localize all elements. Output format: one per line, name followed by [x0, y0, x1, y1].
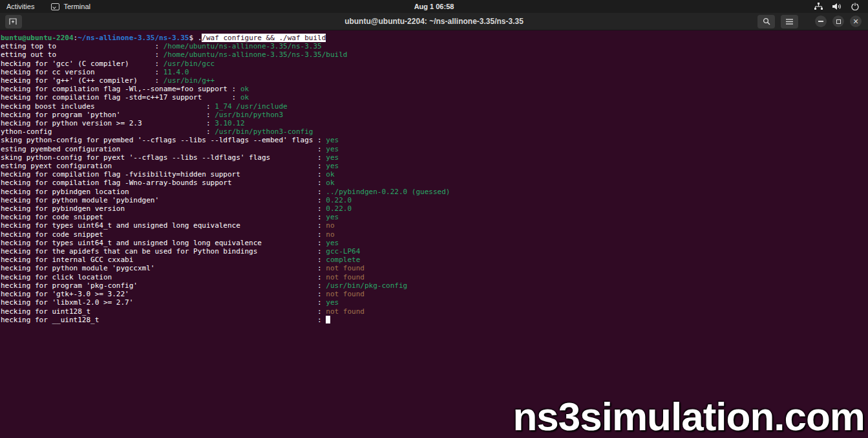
- line-label: hecking for compilation flag -fvisibilit…: [1, 170, 326, 179]
- line-value: not found: [326, 307, 365, 316]
- line-label: hecking for pybindgen location :: [1, 188, 326, 196]
- line-label: sking python-config for pyembed '--cflag…: [1, 136, 326, 144]
- terminal-icon: [51, 3, 59, 10]
- terminal-output-line: etting out to : /home/ubuntu/ns-allinone…: [1, 50, 868, 59]
- line-label: hecking for uint128_t :: [1, 307, 326, 316]
- line-value: 0.22.0: [326, 204, 352, 213]
- line-label: hecking for program 'pkg-config' :: [1, 281, 326, 290]
- line-label: esting pyembed configuration :: [1, 145, 326, 153]
- line-value: /usr/bin/python3: [215, 111, 283, 119]
- focused-app-name: Terminal: [63, 3, 90, 10]
- line-label: hecking for the apidefs that can be used…: [1, 247, 326, 256]
- close-button[interactable]: ✕: [850, 16, 862, 27]
- terminal-output-line: hecking for click location : not found: [1, 273, 868, 281]
- close-icon: ✕: [852, 18, 858, 25]
- terminal-output-line: esting pyext configuration : yes: [1, 162, 868, 170]
- line-label: hecking for click location :: [1, 273, 326, 281]
- line-value: no: [326, 221, 334, 230]
- line-value: ok: [240, 85, 249, 93]
- new-tab-button[interactable]: [5, 15, 22, 28]
- line-value: /home/ubuntu/ns-allinone-3.35/ns-3.35: [164, 42, 322, 50]
- command-selected-part: /waf configure && ./waf build: [202, 34, 326, 42]
- line-value: 0.22.0: [326, 196, 352, 204]
- line-label: etting out to :: [1, 50, 164, 59]
- top-panel-left: Activities Terminal: [0, 3, 90, 10]
- line-value: gcc-LP64: [326, 247, 360, 256]
- line-value: yes: [326, 153, 339, 162]
- line-label: hecking for program 'python' :: [1, 111, 215, 119]
- menu-button[interactable]: [781, 15, 798, 28]
- line-value: ok: [240, 93, 249, 102]
- line-value: not found: [326, 290, 365, 298]
- clock[interactable]: Aug 1 06:58: [414, 3, 454, 10]
- terminal-output[interactable]: buntu@ubuntu-2204:~/ns-allinone-3.35/ns-…: [0, 30, 868, 438]
- terminal-output-line: sking python-config for pyembed '--cflag…: [1, 136, 868, 144]
- line-value: not found: [326, 264, 365, 272]
- prompt-path: ~/ns-allinone-3.35/ns-3.35: [78, 34, 189, 42]
- activities-button[interactable]: Activities: [6, 3, 34, 10]
- line-value: yes: [326, 162, 339, 170]
- line-label: hecking for pybindgen version :: [1, 204, 326, 213]
- line-label: hecking for python module 'pybindgen' :: [1, 196, 326, 204]
- terminal-output-line: hecking for compilation flag -std=c++17 …: [1, 93, 868, 102]
- search-button[interactable]: [757, 15, 775, 28]
- line-label: hecking for compilation flag -Wno-array-…: [1, 179, 326, 187]
- terminal-output-line: hecking for code snippet : yes: [1, 213, 868, 221]
- line-value: /usr/bin/g++: [164, 76, 215, 85]
- system-tray: [814, 3, 868, 10]
- line-value: /usr/bin/python3-config: [215, 127, 313, 136]
- line-value: 3.10.12: [215, 119, 244, 127]
- line-value: yes: [326, 298, 339, 307]
- line-label: hecking for types uint64_t and unsigned …: [1, 239, 326, 247]
- line-label: hecking for internal GCC cxxabi :: [1, 256, 326, 264]
- window-title: ubuntu@ubuntu-2204: ~/ns-allinone-3.35/n…: [344, 17, 524, 26]
- terminal-output-line: hecking for compilation flag -Wl,--sonam…: [1, 85, 868, 93]
- prompt-user-host: buntu@ubuntu-2204: [1, 34, 74, 42]
- terminal-output-line: hecking for compilation flag -fvisibilit…: [1, 170, 868, 179]
- new-tab-icon: [9, 17, 18, 25]
- power-icon[interactable]: [851, 3, 859, 10]
- network-icon[interactable]: [814, 3, 823, 10]
- line-value: complete: [326, 256, 360, 264]
- terminal-output-line: hecking for compilation flag -Wno-array-…: [1, 179, 868, 187]
- terminal-output-line: hecking for the apidefs that can be used…: [1, 247, 868, 256]
- terminal-output-line: hecking for types uint64_t and unsigned …: [1, 239, 868, 247]
- line-label: hecking for 'gtk+-3.0 >= 3.22' :: [1, 290, 326, 298]
- terminal-titlebar: ubuntu@ubuntu-2204: ~/ns-allinone-3.35/n…: [0, 13, 868, 30]
- minimize-button[interactable]: [815, 16, 827, 27]
- desktop-screen: Activities Terminal Aug 1 06:58: [0, 0, 868, 438]
- maximize-icon: [836, 19, 841, 24]
- line-label: sking python-config for pyext '--cflags …: [1, 153, 326, 162]
- terminal-output-line: hecking for 'g++' (C++ compiler) : /usr/…: [1, 76, 868, 85]
- line-label: etting top to :: [1, 42, 164, 50]
- terminal-output-line: ython-config : /usr/bin/python3-config: [1, 127, 868, 136]
- watermark-text: ns3simulation.com: [513, 393, 865, 438]
- line-label: hecking for 'libxml-2.0 >= 2.7' :: [1, 298, 326, 307]
- line-value: /home/ubuntu/ns-allinone-3.35/ns-3.35/bu…: [164, 50, 348, 59]
- line-label: hecking for __uint128_t :: [1, 316, 326, 324]
- line-value: /usr/bin/pkg-config: [326, 281, 407, 290]
- maximize-button[interactable]: [832, 16, 844, 27]
- line-label: hecking for compilation flag -std=c++17 …: [1, 93, 240, 102]
- volume-icon[interactable]: [832, 3, 842, 10]
- line-label: esting pyext configuration :: [1, 162, 326, 170]
- line-value: yes: [326, 213, 339, 221]
- line-label: hecking for 'gcc' (C compiler) :: [1, 60, 164, 68]
- terminal-output-line: hecking for python version >= 2.3 : 3.10…: [1, 119, 868, 127]
- line-value: ../pybindgen-0.22.0 (guessed): [326, 188, 450, 196]
- focused-app-indicator[interactable]: Terminal: [51, 3, 90, 10]
- terminal-output-line: hecking for types uint64_t and unsigned …: [1, 221, 868, 230]
- line-label: hecking for code snippet :: [1, 230, 326, 239]
- line-value: yes: [326, 145, 339, 153]
- terminal-output-line: hecking for pybindgen version : 0.22.0: [1, 204, 868, 213]
- line-label: hecking for compilation flag -Wl,--sonam…: [1, 85, 240, 93]
- top-panel: Activities Terminal Aug 1 06:58: [0, 0, 868, 13]
- terminal-output-line: hecking for 'libxml-2.0 >= 2.7' : yes: [1, 298, 868, 307]
- line-label: hecking for python module 'pygccxml' :: [1, 264, 326, 272]
- line-label: hecking for python version >= 2.3 :: [1, 119, 215, 127]
- terminal-output-line: hecking for internal GCC cxxabi : comple…: [1, 256, 868, 264]
- terminal-cursor: [326, 316, 330, 323]
- terminal-output-line: etting top to : /home/ubuntu/ns-allinone…: [1, 42, 868, 50]
- line-value: no: [326, 230, 334, 239]
- terminal-output-line: hecking for 'gtk+-3.0 >= 3.22' : not fou…: [1, 290, 868, 298]
